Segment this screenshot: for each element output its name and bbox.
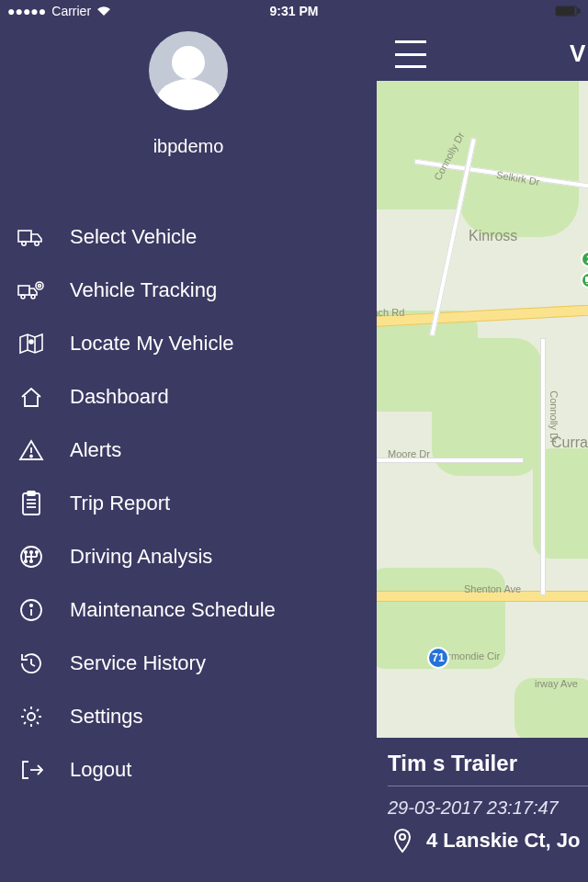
- svg-point-3: [400, 834, 405, 840]
- svg-point-31: [30, 605, 32, 606]
- road-label-beach: Beach Rd: [377, 307, 404, 318]
- nav-label: Service History: [70, 651, 206, 675]
- clipboard-icon: [17, 489, 46, 518]
- nav-label: Locate My Vehicle: [70, 332, 234, 356]
- svg-point-9: [31, 295, 35, 299]
- vehicle-timestamp: 29-03-2017 23:17:47: [388, 797, 588, 819]
- svg-rect-38: [557, 7, 574, 15]
- truck-icon: [17, 222, 46, 252]
- nav-trip-report[interactable]: Trip Report: [0, 477, 377, 530]
- avatar[interactable]: [149, 31, 228, 110]
- road-label-shenton: Shenton Ave: [464, 583, 521, 594]
- shield-2: 2: [581, 251, 588, 267]
- status-right: [555, 6, 581, 17]
- vehicle-address: 4 Lanskie Ct, Jo: [426, 829, 581, 853]
- battery-icon: [555, 6, 581, 17]
- svg-point-8: [21, 295, 25, 299]
- svg-point-11: [39, 285, 41, 288]
- road-label-moore: Moore Dr: [388, 448, 430, 459]
- username: ibpdemo: [153, 136, 224, 157]
- profile-section: ibpdemo: [0, 31, 377, 157]
- logout-icon: [17, 755, 46, 785]
- nav-label: Logout: [70, 758, 131, 782]
- nav-locate-vehicle[interactable]: Locate My Vehicle: [0, 317, 377, 370]
- pin-icon: [388, 826, 417, 855]
- road-label-irway: irway Ave: [535, 678, 578, 689]
- svg-point-10: [36, 282, 43, 289]
- nav-label: Trip Report: [70, 492, 170, 515]
- nav-logout[interactable]: Logout: [0, 743, 377, 797]
- nav-menu: Select Vehicle Vehicle Tracking: [0, 210, 377, 797]
- status-time: 9:31 PM: [270, 4, 319, 18]
- svg-rect-4: [18, 231, 31, 242]
- nav-settings[interactable]: Settings: [0, 690, 377, 743]
- tracking-icon: [17, 276, 46, 305]
- nav-dashboard[interactable]: Dashboard: [0, 370, 377, 424]
- history-icon: [17, 649, 46, 678]
- nav-label: Alerts: [70, 438, 121, 462]
- svg-point-14: [30, 456, 32, 458]
- svg-rect-37: [578, 9, 580, 13]
- svg-point-5: [22, 242, 26, 245]
- sidebar-drawer: ibpdemo Select Vehicle: [0, 0, 377, 882]
- shield-71: 71: [427, 647, 449, 669]
- menu-button[interactable]: [395, 40, 432, 68]
- gearshift-icon: [17, 542, 46, 571]
- nav-label: Driving Analysis: [70, 545, 212, 569]
- svg-point-6: [35, 242, 39, 245]
- info-icon: [17, 595, 46, 625]
- bus-stop-icon: [581, 272, 588, 288]
- home-icon: [17, 382, 46, 412]
- gear-icon: [17, 702, 46, 731]
- nav-label: Vehicle Tracking: [70, 278, 217, 302]
- place-kinross: Kinross: [469, 228, 517, 244]
- map[interactable]: Connolly Dr Selkirk Dr Beach Rd Moore Dr…: [377, 81, 588, 738]
- nav-label: Dashboard: [70, 385, 169, 409]
- carrier-label: Carrier: [51, 4, 91, 18]
- divider: [388, 786, 588, 786]
- page-title: V: [570, 40, 585, 68]
- svg-rect-7: [18, 286, 29, 295]
- app-screen: V Connolly Dr Selkirk Dr Beach Rd Moore …: [0, 0, 588, 882]
- status-left: ●●●●● Carrier: [7, 4, 111, 18]
- nav-alerts[interactable]: Alerts: [0, 424, 377, 477]
- nav-label: Settings: [70, 705, 143, 729]
- vehicle-name: Tim s Trailer: [388, 751, 588, 776]
- nav-label: Select Vehicle: [70, 225, 197, 249]
- nav-vehicle-tracking[interactable]: Vehicle Tracking: [0, 264, 377, 317]
- vehicle-summary-card: Tim s Trailer 29-03-2017 23:17:47 4 Lans…: [377, 738, 588, 882]
- nav-driving-analysis[interactable]: Driving Analysis: [0, 530, 377, 583]
- svg-point-35: [28, 713, 35, 720]
- wifi-icon: [96, 6, 111, 17]
- map-pin-icon: [17, 329, 46, 358]
- vehicle-address-row: 4 Lanskie Ct, Jo: [388, 826, 588, 855]
- alert-icon: [17, 435, 46, 465]
- main-panel: V Connolly Dr Selkirk Dr Beach Rd Moore …: [377, 0, 588, 882]
- svg-line-34: [31, 664, 35, 666]
- svg-point-12: [29, 340, 33, 344]
- nav-label: Maintenance Schedule: [70, 598, 276, 622]
- nav-service-history[interactable]: Service History: [0, 637, 377, 690]
- place-currambine: Curra: [551, 435, 588, 451]
- signal-icon: ●●●●●: [7, 4, 46, 18]
- nav-select-vehicle[interactable]: Select Vehicle: [0, 210, 377, 264]
- status-bar: ●●●●● Carrier 9:31 PM: [0, 0, 588, 22]
- nav-maintenance[interactable]: Maintenance Schedule: [0, 583, 377, 637]
